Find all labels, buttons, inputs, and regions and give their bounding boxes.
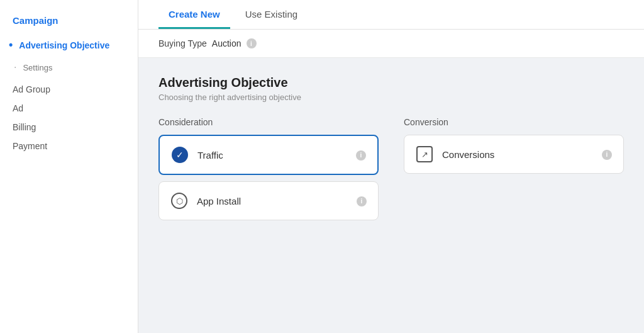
sidebar-item-advertising-objective-label: Advertising Objective — [19, 40, 109, 50]
sidebar: Campaign Advertising Objective Settings … — [0, 0, 138, 333]
tab-create-new[interactable]: Create New — [158, 0, 230, 29]
sidebar-item-settings[interactable]: Settings — [0, 57, 138, 78]
conversion-title: Conversion — [404, 117, 624, 127]
advertising-objective-section: Advertising Objective Choosing the right… — [138, 58, 644, 244]
traffic-info-icon[interactable]: i — [356, 149, 366, 161]
consideration-title: Consideration — [158, 117, 379, 127]
sidebar-item-payment-label: Payment — [13, 141, 47, 151]
buying-type-row: Buying Type Auction i — [138, 30, 644, 58]
sidebar-campaign-label: Campaign — [0, 10, 138, 33]
traffic-card[interactable]: ✓ Traffic i — [158, 135, 379, 175]
conversions-info-icon[interactable]: i — [602, 149, 612, 160]
section-title: Advertising Objective — [158, 76, 624, 90]
buying-type-info-icon[interactable]: i — [247, 38, 257, 48]
sidebar-item-settings-label: Settings — [23, 63, 52, 72]
sidebar-item-billing[interactable]: Billing — [0, 116, 138, 135]
sidebar-item-ad-group-label: Ad Group — [13, 84, 50, 94]
objectives-grid: Consideration ✓ Traffic i — [158, 117, 624, 227]
buying-type-label: Buying Type — [158, 38, 207, 48]
tabs: Create New Use Existing — [158, 0, 624, 29]
tab-area: Create New Use Existing — [138, 0, 644, 30]
app-install-info-icon[interactable]: i — [357, 195, 367, 206]
consideration-column: Consideration ✓ Traffic i — [158, 117, 379, 227]
sidebar-item-ad[interactable]: Ad — [0, 97, 138, 116]
section-subtitle: Choosing the right advertising objective — [158, 93, 624, 102]
sidebar-item-ad-label: Ad — [13, 103, 23, 113]
traffic-label: Traffic — [197, 150, 356, 161]
traffic-icon: ✓ — [171, 146, 189, 164]
app-install-icon: ⬡ — [170, 192, 188, 210]
main-content: Create New Use Existing Buying Type Auct… — [138, 0, 644, 333]
conversions-icon: ↗ — [416, 145, 433, 163]
conversion-column: Conversion ↗ Conversions i — [404, 117, 624, 227]
sidebar-item-ad-group[interactable]: Ad Group — [0, 78, 138, 97]
sidebar-item-billing-label: Billing — [13, 122, 36, 132]
sidebar-item-advertising-objective[interactable]: Advertising Objective — [0, 33, 138, 57]
app-install-label: App Install — [197, 196, 357, 206]
buying-type-value: Auction — [212, 38, 242, 48]
tab-use-existing[interactable]: Use Existing — [235, 0, 308, 29]
app-install-card[interactable]: ⬡ App Install i — [158, 181, 379, 220]
sidebar-item-payment[interactable]: Payment — [0, 135, 138, 154]
conversions-card[interactable]: ↗ Conversions i — [404, 135, 624, 174]
conversions-label: Conversions — [442, 149, 602, 160]
traffic-check-icon: ✓ — [172, 147, 188, 163]
